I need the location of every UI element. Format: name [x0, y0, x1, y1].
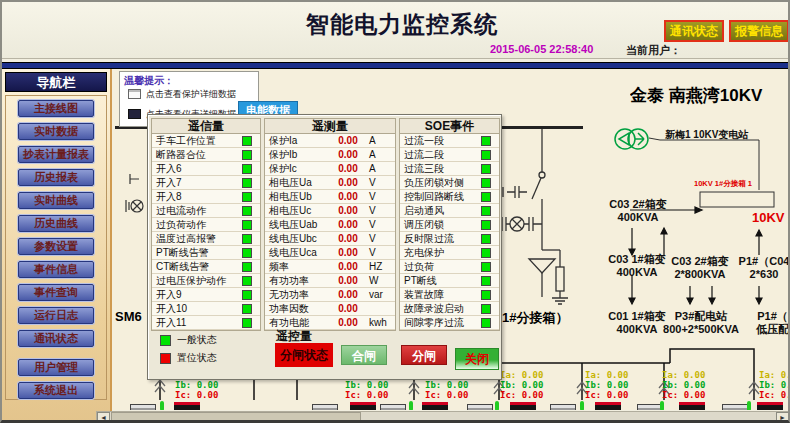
soe-status-indicator — [481, 262, 491, 272]
signal-row: 开入6 — [152, 162, 260, 176]
sidebar-item[interactable]: 通讯状态 — [18, 330, 94, 347]
sidebar-item[interactable]: 事件信息 — [18, 261, 94, 278]
sidebar-item[interactable]: 历史报表 — [18, 169, 94, 186]
soe-row: 过流一段 — [400, 134, 499, 148]
signal-label: 开入9 — [152, 288, 242, 302]
soe-row: 装置故障 — [400, 288, 499, 302]
ic-value: Ic: 0.00 — [345, 390, 388, 400]
soe-status-indicator — [481, 192, 491, 202]
signals-header: 遥信量 — [152, 119, 260, 134]
soe-label: 故障录波启动 — [400, 302, 481, 316]
sidebar-title: 导航栏 — [5, 72, 107, 92]
signal-label: 过负荷动作 — [152, 218, 242, 232]
bay-caption-left: SM6 — [115, 309, 148, 324]
sidebar-item[interactable]: 用户管理 — [18, 359, 94, 376]
node-line2: 2*630 — [735, 268, 790, 281]
telemetry-value: 0.00 — [327, 163, 369, 174]
telemetry-row: 保护Ic0.00A — [265, 162, 395, 176]
sidebar-nav: 主接线图实时数据抄表计量报表历史报表实时曲线历史曲线参数设置事件信息事件查询运行… — [5, 95, 107, 400]
breaker-symbol[interactable] — [130, 404, 156, 410]
dialog-close-button[interactable]: 关闭 — [455, 348, 499, 370]
diagram-node: C03 1#箱变400KVA — [605, 253, 669, 279]
ib-value: Ib: 0.00 — [662, 380, 705, 390]
telemetry-row: 有功功率0.00W — [265, 274, 395, 288]
ib-value: Ib: 0.00 — [345, 380, 388, 390]
sidebar-item[interactable]: 参数设置 — [18, 238, 94, 255]
sidebar-item[interactable]: 实时数据 — [18, 123, 94, 140]
feeder-measurements: Ia: 0.00Ib: 0.00Ic: 0.00 — [585, 370, 628, 400]
breaker-symbol[interactable] — [312, 404, 338, 410]
sidebar-item[interactable]: 主接线图 — [18, 100, 94, 117]
breaker-symbol[interactable] — [510, 402, 536, 410]
breaker-symbol[interactable] — [550, 404, 576, 410]
telemetry-unit: W — [369, 275, 395, 286]
soe-table: SOE事件 过流一段过流二段过流三段负压闭锁对侧控制回路断线启动通风调压闭锁反时… — [399, 118, 500, 331]
breaker-symbol[interactable] — [350, 402, 376, 410]
telemetry-unit: V — [369, 177, 395, 188]
breaker-symbol[interactable] — [174, 402, 200, 410]
node-line2: 800+2*500KVA — [662, 323, 740, 336]
soe-status-indicator — [481, 304, 491, 314]
soe-row: 故障录波启动 — [400, 302, 499, 316]
feeder-measurements: Ia: 0.00Ib: 0.00Ic: 0.00 — [500, 370, 543, 400]
telemetry-unit: V — [369, 191, 395, 202]
soe-label: 调压闭锁 — [400, 218, 481, 232]
breaker-symbol[interactable] — [422, 402, 448, 410]
ic-value: Ic: 0.00 — [175, 390, 218, 400]
soe-row: 控制回路断线 — [400, 190, 499, 204]
diagram-node: C01 1#箱变400KVA — [605, 310, 669, 336]
feeder-measurements: Ia: 0.00Ib: 0.00Ic: 0.00 — [662, 370, 705, 400]
scroll-right-icon[interactable]: ► — [776, 412, 789, 422]
node-line1: C03 2#箱变 — [607, 198, 669, 211]
breaker-symbol[interactable] — [380, 404, 406, 410]
breaker-symbol[interactable] — [679, 402, 705, 410]
signal-status-indicator — [242, 304, 252, 314]
soe-row: 充电保护 — [400, 246, 499, 260]
comm-status-button[interactable]: 通讯状态 — [664, 20, 724, 42]
breaker-state-button[interactable]: 分闸状态 — [275, 343, 333, 367]
sidebar-item[interactable]: 运行日志 — [18, 307, 94, 324]
alarm-info-button[interactable]: 报警信息 — [729, 20, 789, 42]
ib-value: Ib: 0.00 — [585, 380, 628, 390]
feeder-measurements: Ia: 0.00Ib: 0.00Ic: 0.00 — [759, 370, 790, 400]
telemetry-col: 保护Ia0.00A保护Ib0.00A保护Ic0.00A相电压Ua0.00V相电压… — [265, 134, 395, 330]
telemetry-value: 0.00 — [327, 233, 369, 244]
transformer-icon — [615, 129, 648, 149]
close-switch-button[interactable]: 合闸 — [341, 345, 387, 365]
open-switch-button[interactable]: 分闸 — [401, 345, 447, 365]
horizontal-scrollbar[interactable]: ◄ ► — [96, 411, 790, 423]
sidebar-item[interactable]: 抄表计量报表 — [18, 146, 94, 163]
feeder-status-indicator — [660, 401, 664, 410]
telemetry-unit: var — [369, 289, 395, 300]
node-line1: C03 2#箱变 — [669, 255, 731, 268]
sidebar-item[interactable]: 事件查询 — [18, 284, 94, 301]
soe-status-indicator — [481, 150, 491, 160]
tips-title: 温馨提示： — [124, 74, 174, 88]
signal-row: 过负荷动作 — [152, 218, 260, 232]
telemetry-row: 相电压Uc0.00V — [265, 204, 395, 218]
telemetry-unit: A — [369, 149, 395, 160]
telemetry-row: 保护Ia0.00A — [265, 134, 395, 148]
soe-status-indicator — [481, 206, 491, 216]
signal-label: 手车工作位置 — [152, 134, 242, 148]
sidebar-item[interactable]: 系统退出 — [18, 382, 94, 399]
scrollbar-thumb[interactable] — [111, 412, 361, 422]
node-line1: C03 1#箱变 — [605, 253, 669, 266]
tip-protection[interactable]: 点击查看保护详细数据 — [128, 88, 236, 100]
dialog-footer: 一般状态 置位状态 遥控量 分闸状态 合闸 分闸 关闭 — [148, 326, 501, 381]
node-line1: P1#（C04 — [735, 255, 790, 268]
breaker-symbol[interactable] — [757, 402, 783, 410]
left-bay-symbols — [126, 174, 143, 212]
signal-label: CT断线告警 — [152, 260, 242, 274]
sidebar-item[interactable]: 实时曲线 — [18, 192, 94, 209]
telemetry-row: 相电压Ub0.00V — [265, 190, 395, 204]
signal-status-indicator — [242, 178, 252, 188]
sidebar-item[interactable]: 历史曲线 — [18, 215, 94, 232]
breaker-symbol[interactable] — [595, 402, 621, 410]
scroll-left-icon[interactable]: ◄ — [97, 412, 110, 422]
soe-status-indicator — [481, 234, 491, 244]
breaker-symbol[interactable] — [722, 404, 748, 410]
breaker-symbol[interactable] — [467, 404, 493, 410]
substation-label: 新梅1 10KV变电站 — [665, 128, 748, 142]
telemetry-row: 相电压Ua0.00V — [265, 176, 395, 190]
